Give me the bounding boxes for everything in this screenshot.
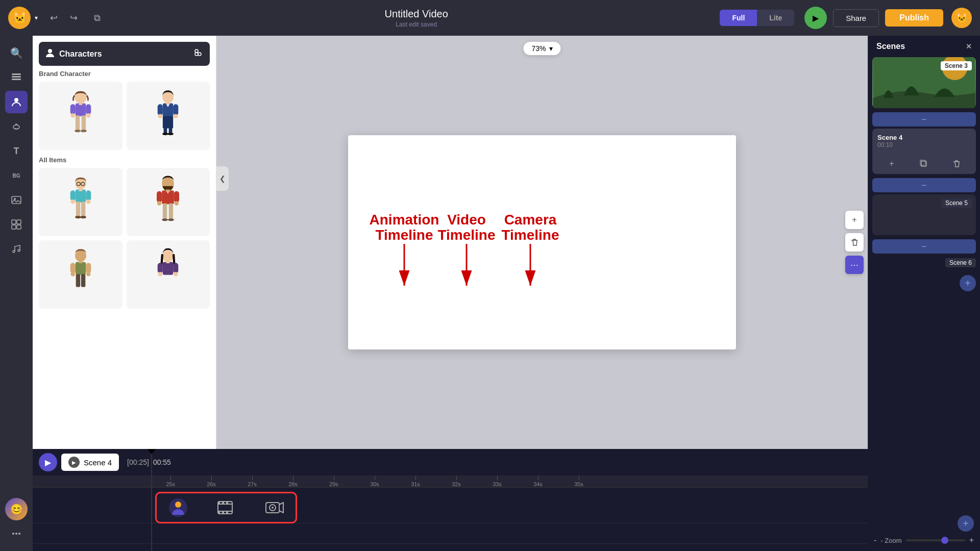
ruler-31s: 31s bbox=[395, 476, 436, 487]
toolbar-more[interactable] bbox=[5, 522, 28, 545]
svg-rect-7 bbox=[12, 220, 16, 224]
scene-4-add-button[interactable]: + bbox=[885, 157, 899, 171]
character-3-svg bbox=[60, 174, 101, 230]
toolbar-image[interactable] bbox=[5, 189, 28, 211]
svg-rect-90 bbox=[218, 502, 232, 514]
undo-redo-group: ↩ ↪ bbox=[46, 10, 82, 26]
ruler-35s: 35s bbox=[558, 476, 599, 487]
timeline-track-row-2 bbox=[33, 523, 868, 544]
svg-rect-37 bbox=[166, 103, 170, 105]
scenes-close-button[interactable]: ✕ bbox=[966, 42, 972, 51]
svg-point-18 bbox=[198, 53, 201, 56]
svg-rect-52 bbox=[79, 189, 82, 191]
svg-rect-74 bbox=[79, 261, 82, 263]
svg-rect-47 bbox=[76, 189, 86, 202]
svg-point-31 bbox=[162, 92, 174, 103]
scene-3-minus-button[interactable]: − bbox=[872, 112, 976, 127]
preview-play-button[interactable]: ▶ bbox=[804, 7, 827, 29]
scene-3-item[interactable]: Scene 3 bbox=[872, 57, 976, 108]
scene-4-minus-button[interactable]: − bbox=[872, 178, 976, 192]
timeline-ruler: 25s 26s 27s 28s 29s 30s 31s 32s 33s 34s … bbox=[33, 475, 868, 488]
animation-timeline-icon[interactable] bbox=[167, 496, 189, 519]
scene-5-minus-button[interactable]: − bbox=[872, 239, 976, 254]
share-button[interactable]: Share bbox=[833, 9, 879, 27]
redo-button[interactable]: ↪ bbox=[66, 10, 82, 26]
publish-button[interactable]: Publish bbox=[885, 9, 943, 27]
scene-4-delete-button[interactable] bbox=[949, 157, 964, 171]
svg-point-17 bbox=[195, 49, 198, 53]
character-5-svg bbox=[60, 246, 101, 303]
zoom-minus-button[interactable]: - bbox=[874, 536, 876, 545]
bottom-avatar[interactable]: 😊 bbox=[5, 498, 28, 520]
svg-rect-49 bbox=[86, 190, 91, 201]
toolbar-search[interactable]: 🔍 bbox=[5, 42, 28, 64]
toolbar-character[interactable] bbox=[5, 91, 28, 113]
zoom-slider[interactable] bbox=[906, 539, 965, 541]
scene-4-duplicate-button[interactable] bbox=[917, 157, 931, 171]
undo-button[interactable]: ↩ bbox=[46, 10, 62, 26]
toolbar-text[interactable]: T bbox=[5, 140, 28, 162]
all-character-4[interactable] bbox=[127, 240, 210, 309]
full-view-button[interactable]: Full bbox=[720, 10, 757, 26]
timeline-add-button[interactable]: + bbox=[958, 515, 974, 532]
zoom-slider-thumb[interactable] bbox=[941, 537, 948, 544]
toolbar-layers[interactable] bbox=[5, 66, 28, 89]
tick-label: 25s bbox=[166, 481, 175, 487]
video-timeline-icon[interactable] bbox=[215, 496, 237, 519]
timeline-row-icons bbox=[155, 492, 297, 523]
timeline-area: ▶ ▶ Scene 4 [00:25] 00:55 25s 26s 27s 28… bbox=[33, 449, 868, 551]
add-scene-button[interactable]: + bbox=[960, 275, 976, 291]
scene-selector[interactable]: ▶ Scene 4 bbox=[61, 454, 119, 471]
scene-play-icon: ▶ bbox=[68, 457, 80, 468]
user-avatar[interactable]: 🐱 bbox=[951, 8, 972, 28]
svg-point-89 bbox=[175, 502, 181, 508]
toolbar-background[interactable]: BG bbox=[5, 164, 28, 187]
scene-5-item[interactable]: Scene 5 bbox=[872, 194, 976, 235]
app-logo[interactable]: 🐱 bbox=[8, 7, 31, 29]
panel-header: Characters bbox=[39, 42, 210, 66]
add-element-button[interactable]: + bbox=[845, 211, 864, 229]
scene-4-item[interactable]: Scene 4 00:10 + bbox=[872, 129, 976, 174]
zoom-plus-button[interactable]: + bbox=[969, 536, 974, 545]
zoom-display[interactable]: 73% ▾ bbox=[523, 42, 560, 55]
canvas-frame bbox=[348, 135, 736, 349]
all-character-1[interactable] bbox=[39, 168, 122, 236]
svg-point-3 bbox=[14, 98, 18, 102]
svg-point-30 bbox=[81, 130, 87, 132]
delete-element-button[interactable] bbox=[845, 233, 864, 252]
logo-dropdown[interactable]: ▾ bbox=[35, 14, 38, 21]
svg-point-13 bbox=[12, 533, 14, 535]
current-scene-label: Scene 4 bbox=[84, 458, 112, 467]
brand-character-1[interactable] bbox=[39, 82, 122, 150]
all-character-2[interactable] bbox=[127, 168, 210, 236]
svg-rect-91 bbox=[218, 504, 232, 505]
svg-rect-63 bbox=[166, 189, 170, 191]
svg-rect-64 bbox=[163, 204, 167, 219]
svg-point-61 bbox=[157, 201, 161, 205]
svg-point-101 bbox=[272, 507, 274, 509]
ruler-25s: 25s bbox=[150, 476, 191, 487]
panel-manage-icon[interactable] bbox=[192, 47, 204, 61]
svg-point-81 bbox=[158, 272, 162, 276]
panel-collapse-button[interactable]: ❮ bbox=[216, 166, 229, 191]
character-6-svg bbox=[148, 246, 188, 303]
timeline-track-row-1 bbox=[33, 488, 868, 523]
brand-character-2[interactable] bbox=[127, 82, 210, 150]
svg-point-14 bbox=[15, 533, 17, 535]
toolbar-music[interactable] bbox=[5, 238, 28, 260]
ruler-30s: 30s bbox=[354, 476, 395, 487]
toolbar-chart[interactable] bbox=[5, 213, 28, 236]
copy-button[interactable]: ⧉ bbox=[90, 11, 105, 26]
svg-rect-98 bbox=[226, 512, 228, 514]
lite-view-button[interactable]: Lite bbox=[757, 10, 794, 26]
timeline-play-button[interactable]: ▶ bbox=[39, 453, 57, 471]
header-title-group: Untitled Video Last edit saved bbox=[113, 8, 720, 28]
all-character-3[interactable] bbox=[39, 240, 122, 309]
svg-rect-94 bbox=[222, 502, 224, 504]
toolbar-props[interactable] bbox=[5, 115, 28, 138]
expand-button[interactable]: ⋯ bbox=[845, 256, 864, 274]
camera-timeline-icon[interactable] bbox=[263, 496, 285, 519]
view-toggle: Full Lite bbox=[720, 10, 794, 26]
svg-point-62 bbox=[175, 201, 179, 205]
canvas-toolbar-right: + ⋯ bbox=[845, 211, 864, 274]
